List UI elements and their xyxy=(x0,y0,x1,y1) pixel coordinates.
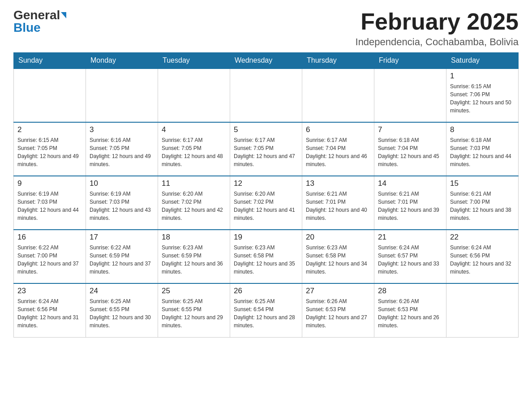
day-info: Sunrise: 6:24 AMSunset: 6:57 PMDaylight:… xyxy=(378,244,442,276)
table-row: 6Sunrise: 6:17 AMSunset: 7:04 PMDaylight… xyxy=(302,122,374,176)
calendar-header-row: Sunday Monday Tuesday Wednesday Thursday… xyxy=(14,53,519,69)
table-row: 17Sunrise: 6:22 AMSunset: 6:59 PMDayligh… xyxy=(86,230,158,283)
table-row: 24Sunrise: 6:25 AMSunset: 6:55 PMDayligh… xyxy=(86,283,158,337)
col-wednesday: Wednesday xyxy=(230,53,302,69)
day-info: Sunrise: 6:20 AMSunset: 7:02 PMDaylight:… xyxy=(162,190,226,222)
day-info: Sunrise: 6:26 AMSunset: 6:53 PMDaylight:… xyxy=(306,297,370,330)
calendar-week-row: 16Sunrise: 6:22 AMSunset: 7:00 PMDayligh… xyxy=(14,230,519,283)
day-number: 7 xyxy=(378,125,442,134)
day-info: Sunrise: 6:15 AMSunset: 7:06 PMDaylight:… xyxy=(450,82,515,115)
day-number: 17 xyxy=(90,233,154,242)
day-number: 28 xyxy=(378,287,442,295)
col-tuesday: Tuesday xyxy=(158,53,230,69)
table-row xyxy=(86,68,158,122)
day-info: Sunrise: 6:18 AMSunset: 7:03 PMDaylight:… xyxy=(450,136,515,168)
table-row: 13Sunrise: 6:21 AMSunset: 7:01 PMDayligh… xyxy=(302,176,374,230)
day-info: Sunrise: 6:26 AMSunset: 6:53 PMDaylight:… xyxy=(378,297,442,330)
day-number: 3 xyxy=(90,125,154,134)
table-row: 16Sunrise: 6:22 AMSunset: 7:00 PMDayligh… xyxy=(14,230,86,283)
col-thursday: Thursday xyxy=(302,53,374,69)
day-info: Sunrise: 6:25 AMSunset: 6:55 PMDaylight:… xyxy=(90,297,154,330)
table-row: 2Sunrise: 6:15 AMSunset: 7:05 PMDaylight… xyxy=(14,122,86,176)
table-row: 18Sunrise: 6:23 AMSunset: 6:59 PMDayligh… xyxy=(158,230,230,283)
day-number: 15 xyxy=(450,179,515,188)
table-row: 1Sunrise: 6:15 AMSunset: 7:06 PMDaylight… xyxy=(446,68,519,122)
day-number: 22 xyxy=(450,233,515,242)
day-info: Sunrise: 6:15 AMSunset: 7:05 PMDaylight:… xyxy=(17,136,82,168)
col-saturday: Saturday xyxy=(446,53,519,69)
table-row: 27Sunrise: 6:26 AMSunset: 6:53 PMDayligh… xyxy=(302,283,374,337)
table-row: 25Sunrise: 6:25 AMSunset: 6:55 PMDayligh… xyxy=(158,283,230,337)
day-number: 25 xyxy=(162,287,226,295)
day-number: 4 xyxy=(162,125,226,134)
table-row: 11Sunrise: 6:20 AMSunset: 7:02 PMDayligh… xyxy=(158,176,230,230)
table-row xyxy=(374,68,446,122)
table-row: 22Sunrise: 6:24 AMSunset: 6:56 PMDayligh… xyxy=(446,230,519,283)
table-row: 15Sunrise: 6:21 AMSunset: 7:00 PMDayligh… xyxy=(446,176,519,230)
table-row: 12Sunrise: 6:20 AMSunset: 7:02 PMDayligh… xyxy=(230,176,302,230)
table-row: 3Sunrise: 6:16 AMSunset: 7:05 PMDaylight… xyxy=(86,122,158,176)
day-number: 20 xyxy=(306,233,370,242)
table-row: 23Sunrise: 6:24 AMSunset: 6:56 PMDayligh… xyxy=(14,283,86,337)
day-info: Sunrise: 6:18 AMSunset: 7:04 PMDaylight:… xyxy=(378,136,442,168)
day-info: Sunrise: 6:17 AMSunset: 7:04 PMDaylight:… xyxy=(306,136,370,168)
table-row: 5Sunrise: 6:17 AMSunset: 7:05 PMDaylight… xyxy=(230,122,302,176)
logo-arrow-icon xyxy=(61,12,66,18)
day-info: Sunrise: 6:19 AMSunset: 7:03 PMDaylight:… xyxy=(17,190,82,222)
day-number: 1 xyxy=(450,72,515,81)
day-number: 16 xyxy=(17,233,82,242)
day-number: 18 xyxy=(162,233,226,242)
day-number: 11 xyxy=(162,179,226,188)
day-info: Sunrise: 6:23 AMSunset: 6:58 PMDaylight:… xyxy=(234,244,298,276)
day-number: 23 xyxy=(17,287,82,295)
calendar-table: Sunday Monday Tuesday Wednesday Thursday… xyxy=(13,52,519,338)
day-info: Sunrise: 6:21 AMSunset: 7:00 PMDaylight:… xyxy=(450,190,515,222)
day-info: Sunrise: 6:22 AMSunset: 6:59 PMDaylight:… xyxy=(90,244,154,276)
calendar-week-row: 9Sunrise: 6:19 AMSunset: 7:03 PMDaylight… xyxy=(14,176,519,230)
table-row: 20Sunrise: 6:23 AMSunset: 6:58 PMDayligh… xyxy=(302,230,374,283)
location-subtitle: Independencia, Cochabamba, Bolivia xyxy=(356,36,519,48)
day-info: Sunrise: 6:16 AMSunset: 7:05 PMDaylight:… xyxy=(90,136,154,168)
table-row: 10Sunrise: 6:19 AMSunset: 7:03 PMDayligh… xyxy=(86,176,158,230)
table-row xyxy=(446,283,519,337)
table-row xyxy=(158,68,230,122)
day-info: Sunrise: 6:25 AMSunset: 6:54 PMDaylight:… xyxy=(234,297,298,330)
logo-general-text: General xyxy=(13,9,60,21)
day-number: 6 xyxy=(306,125,370,134)
day-info: Sunrise: 6:21 AMSunset: 7:01 PMDaylight:… xyxy=(306,190,370,222)
table-row xyxy=(230,68,302,122)
day-info: Sunrise: 6:24 AMSunset: 6:56 PMDaylight:… xyxy=(450,244,515,276)
day-number: 14 xyxy=(378,179,442,188)
table-row: 9Sunrise: 6:19 AMSunset: 7:03 PMDaylight… xyxy=(14,176,86,230)
day-number: 13 xyxy=(306,179,370,188)
col-friday: Friday xyxy=(374,53,446,69)
table-row xyxy=(302,68,374,122)
day-number: 2 xyxy=(17,125,82,134)
day-info: Sunrise: 6:21 AMSunset: 7:01 PMDaylight:… xyxy=(378,190,442,222)
month-title: February 2025 xyxy=(356,9,519,34)
day-number: 21 xyxy=(378,233,442,242)
calendar-week-row: 2Sunrise: 6:15 AMSunset: 7:05 PMDaylight… xyxy=(14,122,519,176)
day-number: 5 xyxy=(234,125,298,134)
day-info: Sunrise: 6:23 AMSunset: 6:58 PMDaylight:… xyxy=(306,244,370,276)
logo-blue-text: Blue xyxy=(13,21,41,34)
col-monday: Monday xyxy=(86,53,158,69)
table-row: 21Sunrise: 6:24 AMSunset: 6:57 PMDayligh… xyxy=(374,230,446,283)
day-number: 19 xyxy=(234,233,298,242)
day-number: 12 xyxy=(234,179,298,188)
day-number: 8 xyxy=(450,125,515,134)
col-sunday: Sunday xyxy=(14,53,86,69)
day-number: 26 xyxy=(234,287,298,295)
day-info: Sunrise: 6:23 AMSunset: 6:59 PMDaylight:… xyxy=(162,244,226,276)
page-header: General Blue February 2025 Independencia… xyxy=(13,9,519,48)
day-number: 27 xyxy=(306,287,370,295)
table-row: 14Sunrise: 6:21 AMSunset: 7:01 PMDayligh… xyxy=(374,176,446,230)
day-info: Sunrise: 6:20 AMSunset: 7:02 PMDaylight:… xyxy=(234,190,298,222)
day-info: Sunrise: 6:25 AMSunset: 6:55 PMDaylight:… xyxy=(162,297,226,330)
table-row xyxy=(14,68,86,122)
day-info: Sunrise: 6:24 AMSunset: 6:56 PMDaylight:… xyxy=(17,297,82,330)
day-number: 24 xyxy=(90,287,154,295)
table-row: 26Sunrise: 6:25 AMSunset: 6:54 PMDayligh… xyxy=(230,283,302,337)
day-info: Sunrise: 6:19 AMSunset: 7:03 PMDaylight:… xyxy=(90,190,154,222)
table-row: 28Sunrise: 6:26 AMSunset: 6:53 PMDayligh… xyxy=(374,283,446,337)
